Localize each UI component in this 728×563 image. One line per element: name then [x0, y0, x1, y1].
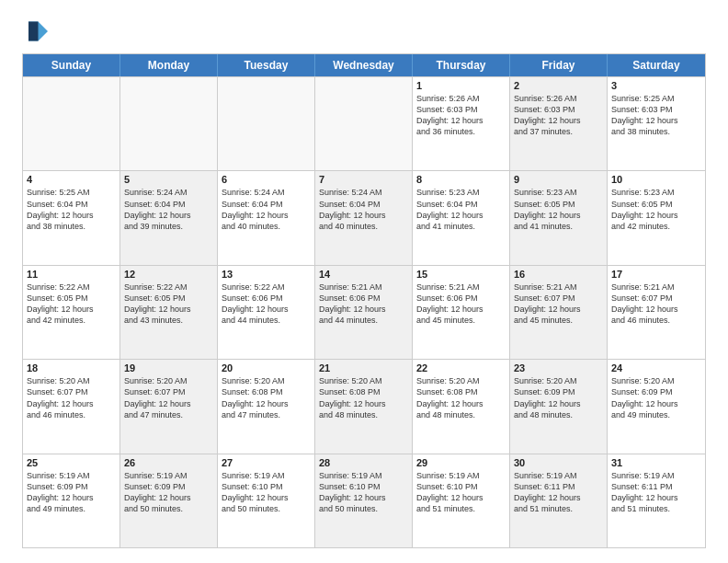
calendar-cell-7: 7Sunrise: 5:24 AM Sunset: 6:04 PM Daylig…	[315, 171, 413, 264]
day-number: 8	[416, 174, 506, 185]
cell-details: Sunrise: 5:22 AM Sunset: 6:05 PM Dayligh…	[27, 282, 116, 327]
cell-details: Sunrise: 5:20 AM Sunset: 6:08 PM Dayligh…	[319, 375, 408, 420]
calendar-cell-empty-1	[120, 77, 218, 170]
day-header-monday: Monday	[120, 54, 218, 76]
cell-details: Sunrise: 5:23 AM Sunset: 6:04 PM Dayligh…	[416, 187, 506, 232]
day-number: 12	[124, 269, 213, 280]
cell-details: Sunrise: 5:26 AM Sunset: 6:03 PM Dayligh…	[514, 93, 603, 138]
page-header	[22, 18, 706, 44]
day-number: 23	[514, 362, 603, 373]
cell-details: Sunrise: 5:22 AM Sunset: 6:05 PM Dayligh…	[124, 282, 213, 327]
day-number: 27	[222, 457, 311, 468]
calendar-cell-29: 29Sunrise: 5:19 AM Sunset: 6:10 PM Dayli…	[413, 454, 510, 547]
cell-details: Sunrise: 5:26 AM Sunset: 6:03 PM Dayligh…	[416, 93, 506, 138]
day-number: 26	[124, 457, 213, 468]
day-number: 24	[611, 362, 701, 373]
calendar-cell-4: 4Sunrise: 5:25 AM Sunset: 6:04 PM Daylig…	[23, 171, 120, 264]
day-number: 15	[416, 269, 506, 280]
day-number: 25	[27, 457, 116, 468]
day-number: 16	[514, 269, 603, 280]
calendar-cell-22: 22Sunrise: 5:20 AM Sunset: 6:08 PM Dayli…	[413, 360, 510, 453]
calendar-cell-empty-2	[218, 77, 315, 170]
day-number: 2	[514, 80, 603, 91]
day-number: 11	[27, 269, 116, 280]
calendar-cell-14: 14Sunrise: 5:21 AM Sunset: 6:06 PM Dayli…	[315, 266, 413, 359]
cell-details: Sunrise: 5:19 AM Sunset: 6:11 PM Dayligh…	[514, 470, 603, 515]
cell-details: Sunrise: 5:19 AM Sunset: 6:10 PM Dayligh…	[319, 470, 408, 515]
calendar-cell-8: 8Sunrise: 5:23 AM Sunset: 6:04 PM Daylig…	[413, 171, 510, 264]
svg-marker-2	[28, 22, 39, 41]
calendar-week-5: 25Sunrise: 5:19 AM Sunset: 6:09 PM Dayli…	[23, 454, 705, 547]
calendar-cell-15: 15Sunrise: 5:21 AM Sunset: 6:06 PM Dayli…	[413, 266, 510, 359]
calendar-cell-20: 20Sunrise: 5:20 AM Sunset: 6:08 PM Dayli…	[218, 360, 315, 453]
day-number: 4	[27, 174, 116, 185]
calendar-cell-18: 18Sunrise: 5:20 AM Sunset: 6:07 PM Dayli…	[23, 360, 120, 453]
calendar-cell-empty-0	[23, 77, 120, 170]
cell-details: Sunrise: 5:19 AM Sunset: 6:09 PM Dayligh…	[124, 470, 213, 515]
day-header-saturday: Saturday	[608, 54, 705, 76]
calendar: SundayMondayTuesdayWednesdayThursdayFrid…	[22, 53, 706, 548]
calendar-cell-13: 13Sunrise: 5:22 AM Sunset: 6:06 PM Dayli…	[218, 266, 315, 359]
cell-details: Sunrise: 5:20 AM Sunset: 6:09 PM Dayligh…	[611, 375, 701, 420]
cell-details: Sunrise: 5:20 AM Sunset: 6:09 PM Dayligh…	[514, 375, 603, 420]
day-header-friday: Friday	[510, 54, 608, 76]
day-number: 19	[124, 362, 213, 373]
day-number: 10	[611, 174, 701, 185]
cell-details: Sunrise: 5:21 AM Sunset: 6:06 PM Dayligh…	[319, 282, 408, 327]
day-number: 13	[222, 269, 311, 280]
day-number: 28	[319, 457, 408, 468]
calendar-cell-12: 12Sunrise: 5:22 AM Sunset: 6:05 PM Dayli…	[120, 266, 218, 359]
day-number: 31	[611, 457, 701, 468]
day-header-thursday: Thursday	[413, 54, 510, 76]
day-header-wednesday: Wednesday	[315, 54, 413, 76]
calendar-cell-empty-3	[315, 77, 413, 170]
cell-details: Sunrise: 5:24 AM Sunset: 6:04 PM Dayligh…	[124, 187, 213, 232]
logo-icon	[22, 18, 48, 44]
calendar-cell-28: 28Sunrise: 5:19 AM Sunset: 6:10 PM Dayli…	[315, 454, 413, 547]
calendar-cell-31: 31Sunrise: 5:19 AM Sunset: 6:11 PM Dayli…	[608, 454, 705, 547]
day-number: 9	[514, 174, 603, 185]
day-number: 21	[319, 362, 408, 373]
calendar-cell-11: 11Sunrise: 5:22 AM Sunset: 6:05 PM Dayli…	[23, 266, 120, 359]
calendar-cell-2: 2Sunrise: 5:26 AM Sunset: 6:03 PM Daylig…	[510, 77, 608, 170]
cell-details: Sunrise: 5:19 AM Sunset: 6:10 PM Dayligh…	[416, 470, 506, 515]
cell-details: Sunrise: 5:19 AM Sunset: 6:09 PM Dayligh…	[27, 470, 116, 515]
calendar-cell-24: 24Sunrise: 5:20 AM Sunset: 6:09 PM Dayli…	[608, 360, 705, 453]
calendar-cell-30: 30Sunrise: 5:19 AM Sunset: 6:11 PM Dayli…	[510, 454, 608, 547]
day-number: 7	[319, 174, 408, 185]
calendar-cell-17: 17Sunrise: 5:21 AM Sunset: 6:07 PM Dayli…	[608, 266, 705, 359]
calendar-cell-10: 10Sunrise: 5:23 AM Sunset: 6:05 PM Dayli…	[608, 171, 705, 264]
day-header-sunday: Sunday	[23, 54, 120, 76]
day-number: 22	[416, 362, 506, 373]
day-number: 14	[319, 269, 408, 280]
cell-details: Sunrise: 5:24 AM Sunset: 6:04 PM Dayligh…	[222, 187, 311, 232]
calendar-cell-6: 6Sunrise: 5:24 AM Sunset: 6:04 PM Daylig…	[218, 171, 315, 264]
cell-details: Sunrise: 5:21 AM Sunset: 6:07 PM Dayligh…	[514, 282, 603, 327]
day-number: 5	[124, 174, 213, 185]
calendar-cell-5: 5Sunrise: 5:24 AM Sunset: 6:04 PM Daylig…	[120, 171, 218, 264]
day-number: 1	[416, 80, 506, 91]
calendar-cell-1: 1Sunrise: 5:26 AM Sunset: 6:03 PM Daylig…	[413, 77, 510, 170]
logo	[22, 18, 53, 44]
day-number: 3	[611, 80, 701, 91]
day-number: 17	[611, 269, 701, 280]
cell-details: Sunrise: 5:23 AM Sunset: 6:05 PM Dayligh…	[611, 187, 701, 232]
calendar-cell-21: 21Sunrise: 5:20 AM Sunset: 6:08 PM Dayli…	[315, 360, 413, 453]
cell-details: Sunrise: 5:22 AM Sunset: 6:06 PM Dayligh…	[222, 282, 311, 327]
calendar-cell-26: 26Sunrise: 5:19 AM Sunset: 6:09 PM Dayli…	[120, 454, 218, 547]
day-number: 18	[27, 362, 116, 373]
cell-details: Sunrise: 5:20 AM Sunset: 6:07 PM Dayligh…	[124, 375, 213, 420]
calendar-week-2: 4Sunrise: 5:25 AM Sunset: 6:04 PM Daylig…	[23, 170, 705, 264]
cell-details: Sunrise: 5:25 AM Sunset: 6:04 PM Dayligh…	[27, 187, 116, 232]
cell-details: Sunrise: 5:24 AM Sunset: 6:04 PM Dayligh…	[319, 187, 408, 232]
calendar-cell-23: 23Sunrise: 5:20 AM Sunset: 6:09 PM Dayli…	[510, 360, 608, 453]
calendar-cell-19: 19Sunrise: 5:20 AM Sunset: 6:07 PM Dayli…	[120, 360, 218, 453]
cell-details: Sunrise: 5:20 AM Sunset: 6:07 PM Dayligh…	[27, 375, 116, 420]
calendar-header-row: SundayMondayTuesdayWednesdayThursdayFrid…	[23, 54, 705, 76]
day-number: 30	[514, 457, 603, 468]
calendar-cell-16: 16Sunrise: 5:21 AM Sunset: 6:07 PM Dayli…	[510, 266, 608, 359]
cell-details: Sunrise: 5:21 AM Sunset: 6:06 PM Dayligh…	[416, 282, 506, 327]
cell-details: Sunrise: 5:19 AM Sunset: 6:11 PM Dayligh…	[611, 470, 701, 515]
cell-details: Sunrise: 5:20 AM Sunset: 6:08 PM Dayligh…	[222, 375, 311, 420]
calendar-week-4: 18Sunrise: 5:20 AM Sunset: 6:07 PM Dayli…	[23, 359, 705, 453]
